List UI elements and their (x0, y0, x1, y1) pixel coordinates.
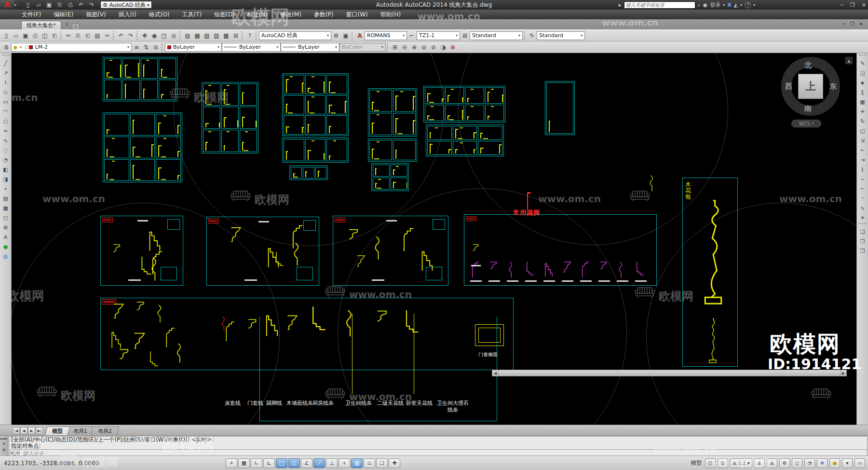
file-tab[interactable]: 线角大集合* (21, 21, 61, 29)
workspace-settings-icon[interactable]: ⚙ (331, 31, 341, 40)
scale-icon[interactable]: ◱ (858, 126, 868, 135)
rotate-icon[interactable]: ↻ (858, 117, 868, 125)
text-style-icon[interactable]: A (355, 31, 365, 40)
command-close-icon[interactable]: ✕ (2, 442, 6, 446)
layout-nav-2[interactable]: ◀ (20, 427, 27, 434)
lineweight-toggle[interactable]: ＋ (339, 458, 350, 468)
move-icon[interactable]: ✛ (858, 107, 868, 116)
workspace-frame-icon[interactable]: ▣ (341, 31, 351, 40)
layout-nav-4[interactable]: ▶| (36, 427, 43, 434)
bring-front-icon[interactable]: ❏ (858, 227, 868, 236)
color-combo[interactable]: ByLayer▾ (165, 43, 222, 52)
vp-clip-icon[interactable]: ⊖ (400, 42, 409, 52)
rectangle-icon[interactable]: ▭ (1, 97, 11, 106)
dwg-minimize-button[interactable]: ─ (842, 21, 845, 27)
wrench-icon[interactable]: ⚒ (2, 448, 6, 453)
hatch-icon[interactable]: ▨ (1, 194, 11, 203)
search-flyout-icon[interactable]: ▸ (619, 2, 622, 8)
comm-center-icon[interactable]: ◭ (734, 2, 738, 8)
vp-scale-icon[interactable]: ◑ (438, 42, 448, 52)
new-tab-button[interactable]: + (72, 23, 80, 29)
drawing-canvas[interactable]: m.cn欧模网www.om.cn欧模网www.om.cnwww.om.cn欧模网… (12, 53, 856, 425)
zoom-previous-icon[interactable]: ◎ (169, 31, 178, 40)
transparency-toggle[interactable]: ▨ (351, 458, 363, 468)
make-block-icon[interactable]: ◨ (1, 175, 11, 183)
viewcube-s[interactable]: 南 (804, 104, 812, 113)
designcenter-icon[interactable]: ▦ (192, 31, 202, 40)
snap-toggle[interactable]: ⌖ (226, 458, 237, 468)
pan-icon[interactable]: ✥ (140, 31, 149, 40)
redo-icon[interactable]: ↷ (126, 31, 136, 40)
zoom-window-icon[interactable]: ◳ (159, 31, 169, 40)
polyline-icon[interactable]: ⌇ (1, 78, 11, 87)
open-icon[interactable]: ▱ (34, 0, 43, 10)
layout-nav-3[interactable]: ▶ (28, 427, 35, 434)
search-input[interactable] (624, 1, 695, 9)
layer-previous-icon[interactable]: ⇅ (141, 42, 151, 52)
layer-state-icon[interactable]: ⊜ (151, 42, 161, 52)
grid-toggle[interactable]: ▦ (238, 458, 250, 468)
dyn-ucs-toggle[interactable]: ⟋ (313, 458, 325, 468)
mtext-icon[interactable]: A (1, 233, 11, 241)
menu-11[interactable]: 窗口(W) (346, 11, 368, 19)
polygon-icon[interactable]: ◇ (1, 88, 11, 97)
viewcube-n[interactable]: 北 (804, 61, 812, 70)
exchange-apps-icon[interactable]: X (727, 2, 731, 8)
circle-icon[interactable]: ○ (1, 117, 11, 125)
send-back-icon[interactable]: ❐ (858, 237, 868, 246)
vp-off-icon[interactable]: ⊗ (448, 42, 458, 52)
menu-5[interactable]: 格式(O) (149, 11, 170, 19)
menu-9[interactable]: 修改(M) (280, 11, 301, 19)
wcs-selector[interactable]: WCS▾ (791, 120, 821, 127)
menu-1[interactable]: 文件(F) (22, 11, 41, 19)
paste-block-icon[interactable]: ▤ (93, 31, 102, 40)
workspace-dropdown[interactable]: ⚙ AutoCAD 经典 ▾ (100, 1, 152, 9)
command-grip[interactable]: ▪▪▪ (0, 437, 7, 440)
layer-manager-icon[interactable]: ≣ (1, 42, 11, 52)
comm-caret-icon[interactable]: ▾ (740, 3, 742, 7)
table-icon[interactable]: ⊞ (1, 223, 11, 232)
save-icon[interactable]: ▣ (21, 31, 30, 40)
preview-icon[interactable]: ◫ (40, 31, 50, 40)
mleader-style-combo[interactable]: Standard▾ (537, 31, 585, 40)
arc-icon[interactable]: ◠ (1, 107, 11, 116)
layer-make-current-icon[interactable]: ≡ (132, 42, 141, 52)
search-icon[interactable]: ⌕ (698, 2, 701, 8)
gradient-icon[interactable]: ▩ (1, 204, 11, 212)
dwg-close-button[interactable]: ✕ (859, 21, 863, 27)
point-icon[interactable]: • (1, 184, 11, 193)
plot-icon[interactable]: ⎙ (30, 31, 40, 40)
signin-link[interactable]: 登录 (710, 1, 720, 9)
revcloud-icon[interactable]: ≈ (1, 126, 11, 135)
minimize-button[interactable]: ─ (840, 2, 843, 8)
lineweight-combo[interactable]: ByLayer▾ (281, 43, 339, 52)
markup-icon[interactable]: ▩ (221, 31, 231, 40)
menu-10[interactable]: 参数(P) (314, 11, 334, 19)
annot-auto-icon[interactable]: ⟁ (767, 458, 777, 468)
cut-icon[interactable]: ✂ (64, 31, 73, 40)
bulb-icon[interactable]: ● (829, 458, 840, 468)
array-icon[interactable]: ▦ (858, 97, 868, 106)
extend-icon[interactable]: ⇥ (858, 155, 868, 164)
offset-icon[interactable]: ∥ (858, 88, 868, 97)
dyn-input-toggle[interactable]: ⊥ (326, 458, 338, 468)
insert-block-icon[interactable]: ◧ (1, 165, 11, 174)
saveas-icon[interactable]: ⎘ (55, 0, 65, 10)
cycling-toggle[interactable]: ❏ (376, 458, 388, 468)
otrack-toggle[interactable]: ∠ (301, 458, 312, 468)
linetype-combo[interactable]: ByLayer▾ (222, 43, 281, 52)
model-space-button[interactable]: 模型 (691, 459, 703, 467)
line-icon[interactable]: ╱ (1, 59, 11, 68)
layout-nav-1[interactable]: |◀ (13, 427, 20, 434)
vp-merge-icon[interactable]: ⊜ (419, 42, 429, 52)
viewcube-e[interactable]: 东 (829, 82, 837, 91)
spline-icon[interactable]: ∿ (1, 136, 11, 145)
copy-icon[interactable]: ⎘ (73, 31, 83, 40)
layout-tab-布局2[interactable]: 布局2 (91, 427, 119, 435)
redo-icon[interactable]: ↷ (87, 0, 96, 10)
dim-style-combo[interactable]: TZ1-1▾ (417, 31, 460, 40)
signin-caret-icon[interactable]: ▾ (723, 3, 725, 7)
help-icon[interactable]: ? (745, 2, 751, 8)
copy-icon[interactable]: ◲ (858, 69, 868, 77)
draw-order-icon[interactable]: ❒ (858, 247, 868, 255)
